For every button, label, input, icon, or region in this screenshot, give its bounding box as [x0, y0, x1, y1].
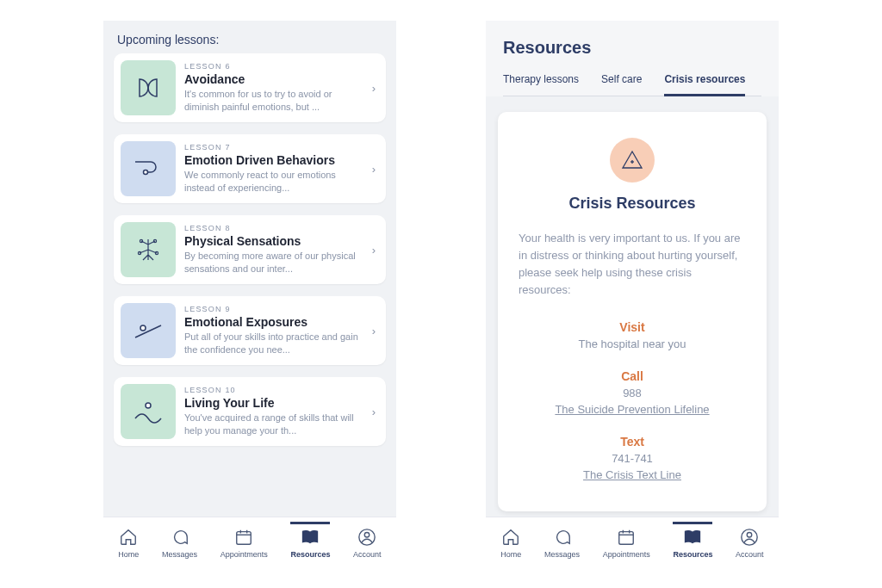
nav-resources[interactable]: Resources: [290, 522, 330, 559]
nav-label: Home: [500, 550, 521, 559]
lesson-body: LESSON 7 Emotion Driven Behaviors We com…: [176, 143, 372, 195]
bottom-nav: Home Messages Appointments Resources Acc…: [103, 517, 396, 567]
chevron-right-icon: ›: [372, 405, 379, 418]
nav-label: Resources: [673, 550, 712, 559]
nerve-icon: [131, 232, 165, 267]
chevron-right-icon: ›: [372, 163, 379, 176]
crisis-call-number: 988: [519, 387, 746, 399]
nav-label: Account: [353, 550, 382, 559]
svg-point-13: [365, 533, 370, 538]
nav-account[interactable]: Account: [353, 524, 382, 559]
nav-resources[interactable]: Resources: [673, 522, 712, 559]
crisis-intro: Your health is very important to us. If …: [519, 230, 746, 300]
lesson-desc: You've acquired a range of skills that w…: [184, 412, 363, 437]
lesson-card[interactable]: LESSON 9 Emotional Exposures Put all of …: [114, 296, 386, 365]
resources-heading: Resources: [503, 38, 761, 58]
phone-lessons: Upcoming lessons: LESSON 6 Avoidance It'…: [103, 21, 396, 567]
lesson-tag: LESSON 10: [184, 386, 363, 394]
lesson-desc: Put all of your skills into practice and…: [184, 331, 363, 356]
lesson-desc: We commonly react to our emotions instea…: [184, 169, 363, 195]
lesson-tag: LESSON 7: [184, 143, 363, 152]
svg-point-21: [748, 533, 753, 538]
nav-label: Appointments: [603, 550, 650, 559]
nav-label: Messages: [162, 550, 197, 559]
messages-icon: [171, 528, 189, 547]
lesson-title: Avoidance: [184, 72, 363, 86]
tab-crisis-resources[interactable]: Crisis resources: [664, 73, 745, 96]
nav-home[interactable]: Home: [118, 524, 139, 559]
svg-point-7: [146, 403, 151, 408]
chevron-right-icon: ›: [372, 244, 379, 257]
svg-line-5: [135, 325, 161, 337]
lesson-body: LESSON 10 Living Your Life You've acquir…: [176, 386, 372, 437]
chevron-right-icon: ›: [372, 82, 379, 95]
lesson-body: LESSON 8 Physical Sensations By becoming…: [176, 224, 372, 275]
nav-messages[interactable]: Messages: [162, 524, 197, 559]
nav-appointments[interactable]: Appointments: [603, 524, 650, 559]
curve-icon: [130, 152, 166, 186]
tab-therapy-lessons[interactable]: Therapy lessons: [503, 73, 579, 96]
nav-appointments[interactable]: Appointments: [220, 524, 268, 559]
tab-self-care[interactable]: Self care: [601, 73, 642, 96]
crisis-call-label: Call: [519, 369, 746, 383]
nav-label: Appointments: [220, 550, 268, 559]
lesson-body: LESSON 9 Emotional Exposures Put all of …: [176, 305, 372, 356]
nav-label: Resources: [290, 550, 330, 559]
person-wave-icon: [121, 384, 176, 439]
avoidance-icon: [121, 60, 176, 115]
crisis-visit-label: Visit: [519, 320, 746, 334]
nav-account[interactable]: Account: [736, 524, 764, 559]
home-icon: [119, 528, 138, 547]
messages-icon: [553, 528, 572, 547]
svg-point-0: [144, 170, 148, 175]
nav-label: Messages: [544, 550, 580, 559]
svg-rect-16: [619, 532, 634, 545]
crisis-alert-icon: [610, 138, 655, 183]
crisis-visit-value: The hospital near you: [519, 337, 746, 350]
calendar-icon: [234, 528, 253, 547]
path-icon: [121, 141, 176, 196]
lesson-title: Emotion Driven Behaviors: [184, 153, 363, 167]
resources-tabs: Therapy lessons Self care Crisis resourc…: [503, 73, 761, 96]
lesson-card[interactable]: LESSON 10 Living Your Life You've acquir…: [114, 377, 386, 446]
lesson-card[interactable]: LESSON 8 Physical Sensations By becoming…: [114, 215, 386, 284]
lesson-list: LESSON 6 Avoidance It's common for us to…: [103, 53, 396, 517]
shapes-icon: [131, 71, 165, 105]
resources-header: Resources Therapy lessons Self care Cris…: [486, 21, 779, 96]
lesson-card[interactable]: LESSON 6 Avoidance It's common for us to…: [114, 53, 386, 122]
lesson-tag: LESSON 6: [184, 62, 363, 71]
crisis-title: Crisis Resources: [519, 195, 746, 213]
nav-label: Account: [736, 550, 764, 559]
nav-home[interactable]: Home: [500, 524, 521, 559]
chevron-right-icon: ›: [372, 325, 379, 337]
calendar-icon: [617, 528, 636, 547]
account-icon: [357, 528, 376, 547]
lesson-title: Physical Sensations: [184, 234, 363, 248]
lesson-desc: By becoming more aware of our physical s…: [184, 250, 363, 275]
lesson-card[interactable]: LESSON 7 Emotion Driven Behaviors We com…: [114, 134, 386, 203]
crisis-text-link[interactable]: The Crisis Text Line: [583, 468, 681, 481]
crisis-call-link[interactable]: The Suicide Prevention Lifeline: [555, 403, 709, 416]
nav-messages[interactable]: Messages: [544, 524, 580, 559]
home-icon: [501, 528, 520, 547]
nav-label: Home: [118, 550, 139, 559]
crisis-text-label: Text: [519, 435, 746, 449]
lesson-tag: LESSON 9: [184, 305, 363, 313]
phone-resources: Resources Therapy lessons Self care Cris…: [486, 21, 779, 567]
upcoming-lessons-heading: Upcoming lessons:: [103, 21, 396, 53]
branch-icon: [121, 222, 176, 277]
account-icon: [740, 528, 759, 547]
lesson-desc: It's common for us to try to avoid or di…: [184, 88, 363, 114]
book-icon: [683, 528, 702, 547]
crisis-card: Crisis Resources Your health is very imp…: [498, 112, 767, 511]
svg-point-6: [140, 325, 146, 331]
incline-icon: [130, 313, 166, 348]
lesson-body: LESSON 6 Avoidance It's common for us to…: [176, 62, 372, 114]
lesson-title: Emotional Exposures: [184, 315, 363, 329]
slope-icon: [121, 303, 176, 358]
lesson-title: Living Your Life: [184, 396, 363, 410]
wave-icon: [130, 394, 166, 429]
svg-rect-8: [237, 532, 252, 545]
crisis-text-number: 741-741: [519, 452, 746, 465]
bottom-nav: Home Messages Appointments Resources Acc…: [486, 517, 779, 567]
